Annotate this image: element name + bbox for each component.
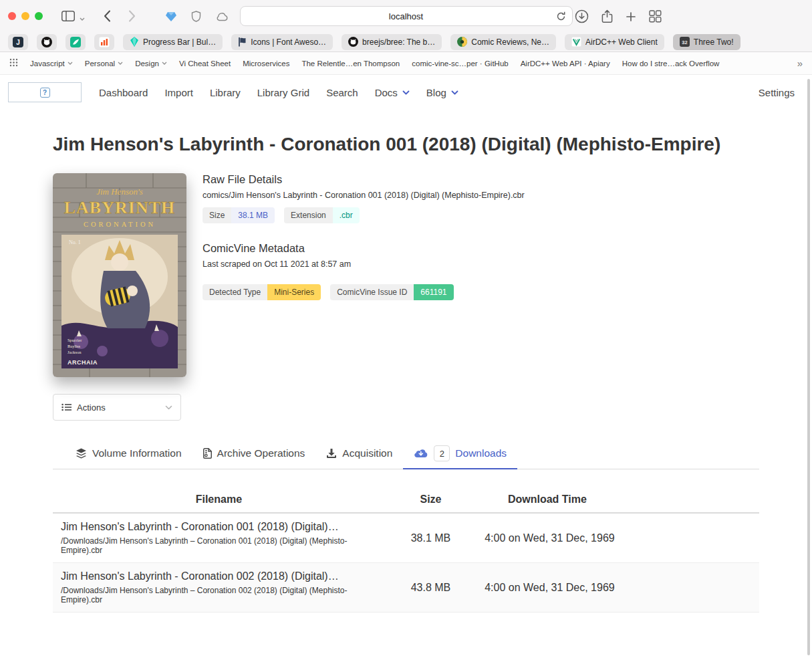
- app-navbar: ? Dashboard Import Library Library Grid …: [0, 75, 812, 110]
- favorite-label: Design: [135, 60, 159, 68]
- apps-grid-icon[interactable]: [9, 58, 18, 68]
- detected-type-tag-group: Detected Type Mini-Series: [202, 284, 321, 300]
- nav-item-library[interactable]: Library: [210, 87, 241, 98]
- column-header-empty: [618, 487, 759, 513]
- forward-button[interactable]: [128, 10, 136, 25]
- sidebar-chevron-down-icon[interactable]: [80, 11, 85, 23]
- zoom-window-button[interactable]: [35, 12, 43, 20]
- downloads-button[interactable]: [575, 9, 589, 26]
- last-scraped-text: Last scraped on Oct 11 2021 at 8:57 am: [202, 259, 525, 269]
- nav-item-import[interactable]: Import: [164, 87, 193, 98]
- bookmark-airdc[interactable]: AirDC++ Web Client: [565, 34, 664, 50]
- favorite-folder-design[interactable]: Design: [135, 60, 167, 68]
- issue-id-value: 661191: [414, 284, 453, 300]
- file-archive-icon: [203, 448, 212, 459]
- nav-item-search[interactable]: Search: [326, 87, 358, 98]
- favorite-vi-cheat-sheet[interactable]: Vi Cheat Sheet: [179, 60, 231, 68]
- bookmark-comic-reviews[interactable]: Comic Reviews, Ne…: [450, 34, 556, 50]
- nav-label: Import: [164, 87, 193, 98]
- tab-label: Acquisition: [342, 447, 392, 459]
- page-title: Jim Henson's Labyrinth - Coronation 001 …: [53, 132, 759, 156]
- nav-dropdown-docs[interactable]: Docs: [375, 87, 410, 98]
- favorite-stackoverflow[interactable]: How do I stre…ack Overflow: [622, 60, 720, 68]
- scrollbar[interactable]: [807, 79, 810, 655]
- url-input[interactable]: [241, 11, 572, 21]
- back-button[interactable]: [104, 10, 111, 25]
- favorite-comic-vine-scraper[interactable]: comic-vine-sc…per · GitHub: [412, 60, 508, 68]
- bookmark-label: AirDC++ Web Client: [585, 37, 658, 47]
- shield-extension-icon[interactable]: [191, 11, 201, 25]
- favorite-folder-javascript[interactable]: Javascript: [30, 60, 73, 68]
- chevron-down-icon: [451, 90, 458, 95]
- traffic-lights: [8, 12, 43, 20]
- detail-tabs: Volume Information Archive Operations Ac…: [53, 439, 759, 469]
- tab-volume-information[interactable]: Volume Information: [65, 439, 192, 469]
- download-file-path: /Downloads/Jim Henson's Labyrinth – Coro…: [61, 586, 377, 604]
- tab-acquisition[interactable]: Acquisition: [315, 439, 403, 469]
- toolbar-right-actions: [575, 9, 662, 26]
- favorite-relentless[interactable]: The Relentle…en Thompson: [301, 60, 400, 68]
- download-size: 38.1 MB: [385, 513, 477, 563]
- bookmark-font-awesome[interactable]: Icons | Font Aweso…: [231, 34, 333, 50]
- tab-label: Archive Operations: [217, 447, 305, 459]
- nav-item-dashboard[interactable]: Dashboard: [99, 87, 148, 98]
- nav-item-settings[interactable]: Settings: [759, 87, 795, 98]
- cover-issue-number: No. 1: [69, 239, 81, 245]
- close-window-button[interactable]: [8, 12, 16, 20]
- site-logo-broken-image[interactable]: ?: [8, 82, 82, 102]
- bookmark-github[interactable]: [37, 34, 57, 50]
- gem-extension-icon[interactable]: [165, 11, 177, 25]
- bookmark-label: Three Two!: [694, 37, 734, 47]
- extension-tag-label: Extension: [284, 207, 333, 223]
- raw-file-path: comics/Jim Henson's Labyrinth - Coronati…: [202, 191, 525, 200]
- bookmark-progress-bar[interactable]: Progress Bar | Bul…: [123, 34, 223, 50]
- refresh-icon[interactable]: [556, 11, 566, 24]
- minimize-window-button[interactable]: [21, 12, 29, 20]
- bookmark-j-site[interactable]: J: [8, 34, 28, 50]
- favorite-microservices[interactable]: Microservices: [243, 60, 289, 68]
- sidebar-icon[interactable]: [61, 11, 75, 24]
- bookmark-breejs[interactable]: breejs/bree: The b…: [342, 34, 442, 50]
- j-site-icon: J: [13, 37, 23, 47]
- favorites-overflow-chevron[interactable]: »: [797, 58, 803, 69]
- downloads-table: Filename Size Download Time Jim Henson's…: [53, 487, 759, 613]
- table-row[interactable]: Jim Henson's Labyrinth - Coronation 001 …: [53, 513, 759, 563]
- tab-downloads[interactable]: 2 Downloads: [403, 439, 517, 469]
- three-two-icon: 32: [680, 37, 690, 47]
- nav-label: Docs: [375, 87, 398, 98]
- download-time: 4:00 on Wed, 31 Dec, 1969: [477, 563, 618, 613]
- actions-dropdown-button[interactable]: Actions: [53, 394, 181, 421]
- favorite-airdc-web-api[interactable]: AirDC++ Web API · Apiary: [521, 60, 610, 68]
- bookmark-orange-chart[interactable]: [94, 34, 114, 50]
- tab-overview-icon[interactable]: [649, 10, 662, 25]
- cloud-extension-icon[interactable]: [215, 12, 229, 24]
- nav-item-library-grid[interactable]: Library Grid: [257, 87, 309, 98]
- history-navigation: [104, 10, 136, 25]
- column-header-size: Size: [385, 487, 477, 513]
- chevron-down-icon: [118, 62, 123, 65]
- layers-icon: [76, 448, 87, 459]
- bookmark-three-two[interactable]: 32 Three Two!: [673, 34, 740, 50]
- tab-label: Downloads: [455, 447, 507, 459]
- address-bar[interactable]: [240, 6, 573, 26]
- extension-buttons: [165, 11, 229, 25]
- favorite-label: Microservices: [243, 60, 289, 68]
- chevron-down-icon: [402, 90, 410, 95]
- bookmark-teal-app[interactable]: [65, 34, 86, 50]
- teal-app-icon: [70, 37, 81, 47]
- column-header-filename: Filename: [53, 487, 385, 513]
- table-row[interactable]: Jim Henson's Labyrinth - Coronation 002 …: [53, 563, 759, 613]
- download-filename: Jim Henson's Labyrinth - Coronation 002 …: [61, 570, 377, 582]
- favorite-folder-personal[interactable]: Personal: [85, 60, 123, 68]
- downloads-count-badge: 2: [434, 445, 450, 461]
- extension-tag-value: .cbr: [333, 207, 360, 223]
- new-tab-button[interactable]: [626, 11, 636, 25]
- nav-dropdown-blog[interactable]: Blog: [426, 87, 458, 98]
- main-content: Jim Henson's Labyrinth - Coronation 001 …: [53, 132, 759, 613]
- tab-archive-operations[interactable]: Archive Operations: [192, 439, 316, 469]
- airdc-icon: [571, 37, 581, 47]
- favorite-label: Vi Cheat Sheet: [179, 60, 231, 68]
- favorite-label: The Relentle…en Thompson: [301, 60, 400, 68]
- bookmark-label: Progress Bar | Bul…: [143, 37, 216, 47]
- share-icon[interactable]: [601, 9, 613, 26]
